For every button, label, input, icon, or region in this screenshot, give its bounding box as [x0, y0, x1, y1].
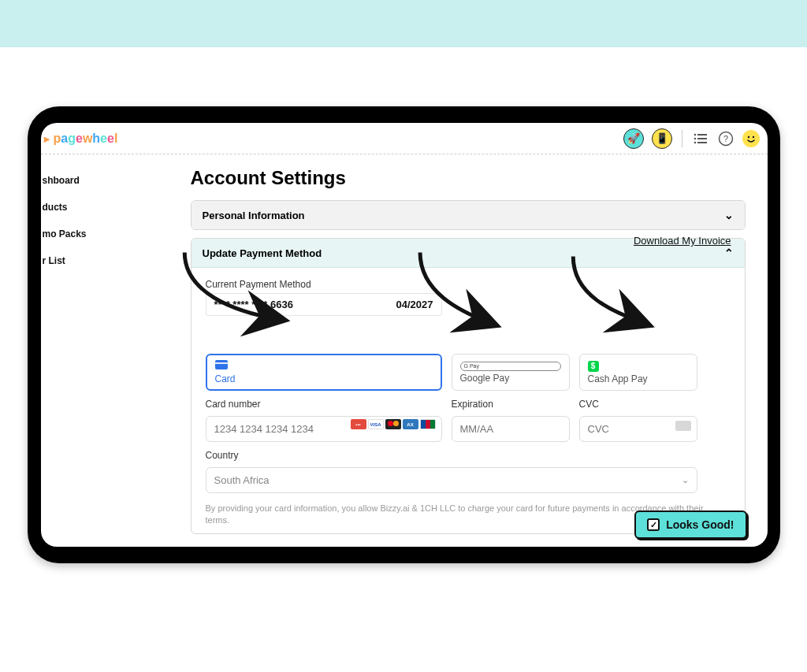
section-header-personal[interactable]: Personal Information ⌄	[192, 201, 745, 229]
svg-text:?: ?	[723, 134, 727, 143]
card-number-label: Card number	[206, 399, 442, 410]
payment-method-tabs: Card G Pay Google Pay $ Cash App Pay	[206, 354, 731, 391]
country-label: Country	[206, 450, 697, 461]
page-title: Account Settings	[191, 167, 746, 189]
phone-icon: 📱	[656, 132, 668, 144]
svg-point-4	[694, 141, 696, 143]
looks-good-label: Looks Good!	[666, 518, 734, 531]
card-expiry-display: 04/2027	[396, 299, 433, 310]
section-title: Personal Information	[203, 210, 305, 221]
header-list-icon[interactable]	[692, 130, 709, 147]
sidebar-item-list[interactable]: r List	[41, 247, 88, 274]
payment-tab-cash-app[interactable]: $ Cash App Pay	[579, 354, 697, 391]
expiration-input[interactable]	[452, 416, 570, 442]
chevron-down-icon: ⌄	[724, 209, 734, 221]
current-card-display: **** **** **** 6636 04/2027	[206, 293, 442, 316]
sidebar-item-products[interactable]: ducts	[41, 194, 88, 221]
mastercard-icon	[385, 419, 401, 429]
svg-rect-11	[215, 362, 228, 364]
cvc-label: CVC	[579, 399, 697, 410]
jcb-icon	[420, 419, 436, 429]
check-icon: ✓	[647, 518, 660, 531]
download-invoice-link[interactable]: Download My Invoice	[634, 235, 731, 247]
country-select[interactable]: South Africa ⌄	[206, 467, 697, 493]
svg-rect-5	[697, 142, 707, 143]
expiration-field: Expiration	[452, 399, 570, 442]
card-brand-logos: ••• VISA AX	[351, 419, 436, 429]
header-rocket-button[interactable]: 🚀	[623, 128, 644, 149]
page-top-band	[0, 0, 807, 47]
svg-point-9	[752, 136, 753, 137]
smiley-icon[interactable]	[742, 130, 760, 147]
section-update-payment-method: Update Payment Method ⌃ Current Payment …	[191, 238, 746, 534]
header-divider	[682, 130, 682, 147]
svg-point-8	[747, 136, 749, 137]
payment-tab-card-label: Card	[215, 373, 433, 384]
card-number-field: Card number ••• VISA AX	[206, 399, 442, 442]
expiration-label: Expiration	[452, 399, 570, 410]
svg-rect-10	[215, 360, 228, 369]
visa-icon: VISA	[368, 419, 384, 429]
masked-card-number: **** **** **** 6636	[214, 299, 293, 310]
sidebar: shboard ducts mo Packs r List	[41, 154, 88, 547]
brand-logo[interactable]: ▸ pagewheel	[41, 132, 118, 146]
gpay-icon: G Pay	[460, 362, 561, 371]
tablet-frame: ▸ pagewheel 🚀 📱 ? shboard ducts mo Packs…	[28, 106, 780, 563]
section-title: Update Payment Method	[203, 247, 322, 259]
cash-app-icon: $	[588, 361, 599, 372]
app-window: ▸ pagewheel 🚀 📱 ? shboard ducts mo Packs…	[41, 123, 768, 547]
card-fields-row: Card number ••• VISA AX	[206, 399, 731, 442]
brand-chevron-icon: ▸	[44, 132, 50, 145]
main-content: Account Settings Personal Information ⌄ …	[88, 154, 768, 547]
svg-rect-1	[697, 134, 707, 136]
app-body: shboard ducts mo Packs r List Account Se…	[41, 154, 768, 547]
help-icon[interactable]: ?	[717, 130, 734, 147]
header-icon-group: 🚀 📱 ?	[623, 128, 760, 149]
header-phone-button[interactable]: 📱	[652, 128, 672, 149]
section-personal-information: Personal Information ⌄	[191, 200, 746, 230]
sidebar-item-promo-packs[interactable]: mo Packs	[41, 221, 88, 247]
rocket-icon: 🚀	[627, 132, 640, 144]
svg-point-0	[694, 133, 696, 136]
payment-tab-card[interactable]: Card	[206, 354, 442, 391]
looks-good-button[interactable]: ✓ Looks Good!	[634, 510, 746, 539]
chevron-up-icon: ⌃	[724, 247, 734, 259]
cvc-field: CVC	[579, 399, 697, 442]
payment-section-body: Current Payment Method **** **** **** 66…	[192, 268, 745, 533]
payment-tab-cashapp-label: Cash App Pay	[588, 373, 689, 384]
payment-tab-google-pay[interactable]: G Pay Google Pay	[452, 354, 570, 391]
current-payment-label: Current Payment Method	[206, 279, 731, 290]
payment-tab-gpay-label: Google Pay	[460, 373, 561, 384]
app-header: ▸ pagewheel 🚀 📱 ?	[41, 123, 768, 154]
svg-rect-3	[697, 138, 707, 139]
chevron-down-icon: ⌄	[682, 475, 689, 485]
country-field: Country South Africa ⌄	[206, 450, 697, 493]
card-brand-dots-icon: •••	[351, 419, 366, 429]
credit-card-icon	[215, 360, 433, 372]
amex-icon: AX	[403, 419, 418, 429]
sidebar-item-dashboard[interactable]: shboard	[41, 167, 88, 194]
svg-point-2	[694, 137, 696, 139]
country-value: South Africa	[214, 474, 270, 486]
cvc-hint-icon	[675, 421, 691, 431]
